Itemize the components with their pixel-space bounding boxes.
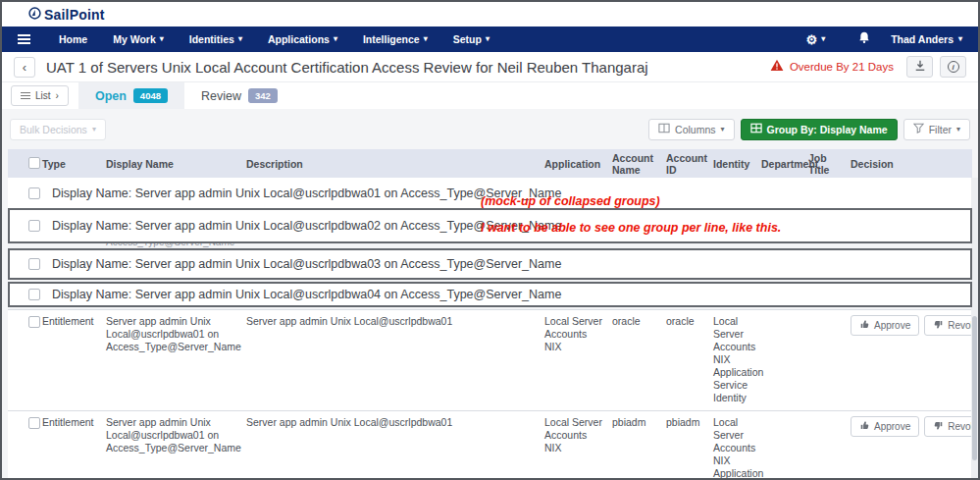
download-button[interactable] bbox=[906, 56, 933, 78]
table-body: Display Name: Server app admin Unix Loca… bbox=[8, 178, 972, 478]
col-application[interactable]: Application bbox=[544, 158, 612, 170]
chevron-down-icon: ▾ bbox=[424, 35, 428, 43]
chevron-down-icon: ▾ bbox=[721, 126, 725, 133]
row-1-checkbox[interactable] bbox=[28, 316, 40, 328]
row-1-department bbox=[761, 315, 808, 410]
logo-bar: SailPoint bbox=[2, 2, 978, 27]
tab-bar: List › Open 4048 Review 342 bbox=[2, 82, 978, 109]
review-count-badge: 342 bbox=[248, 88, 278, 103]
sailpoint-mark-icon bbox=[28, 7, 41, 23]
download-icon bbox=[914, 58, 926, 76]
approve-button[interactable]: Approve bbox=[851, 315, 919, 336]
group-1-checkbox[interactable] bbox=[28, 187, 40, 199]
nav-setup[interactable]: Setup▾ bbox=[440, 33, 502, 45]
back-button[interactable]: ‹ bbox=[14, 57, 35, 78]
list-view-button[interactable]: List › bbox=[11, 85, 69, 106]
overdue-label: Overdue By 21 Days bbox=[790, 61, 894, 73]
nav-intelligence[interactable]: Intelligence▾ bbox=[350, 33, 440, 45]
row-2-identity: LocalServerAccountsNIXApplication bbox=[713, 416, 761, 480]
thumbs-down-icon bbox=[933, 319, 944, 333]
row-2-application: Local ServerAccounts NIX bbox=[544, 416, 612, 480]
col-job-title[interactable]: Job Title bbox=[808, 152, 851, 176]
bulk-decisions-button[interactable]: Bulk Decisions ▾ bbox=[10, 119, 106, 140]
annotation-request-note: I want to be able to see one group per l… bbox=[481, 221, 781, 235]
sailpoint-logo: SailPoint bbox=[28, 7, 105, 23]
table-header: Type Display Name Description Applicatio… bbox=[8, 149, 972, 178]
chevron-down-icon: ▾ bbox=[486, 35, 490, 43]
row-1-decision: Approve Revoke bbox=[851, 315, 980, 410]
info-icon: i bbox=[948, 61, 959, 73]
group-by-button[interactable]: Group By: Display Name bbox=[741, 119, 898, 140]
col-account-name[interactable]: Account Name bbox=[612, 152, 666, 176]
row-2-account-name: pbiadm bbox=[612, 416, 666, 480]
settings-menu[interactable]: ⚙▾ bbox=[794, 33, 839, 46]
group-row-4-mockup[interactable]: Display Name: Server app admin Unix Loca… bbox=[8, 282, 972, 307]
group-3-label: Display Name: Server app admin Unix Loca… bbox=[52, 257, 561, 271]
col-account-id[interactable]: Account ID bbox=[666, 152, 713, 176]
approve-button[interactable]: Approve bbox=[851, 416, 919, 437]
user-menu[interactable]: Thad Anders▾ bbox=[891, 33, 962, 45]
gear-icon: ⚙ bbox=[806, 33, 818, 46]
chevron-down-icon: ▾ bbox=[92, 126, 96, 133]
nav-applications[interactable]: Applications▾ bbox=[255, 33, 350, 45]
overdue-status: Overdue By 21 Days bbox=[770, 58, 894, 76]
chevron-down-icon: ▾ bbox=[238, 35, 242, 43]
col-display-name[interactable]: Display Name bbox=[106, 158, 246, 170]
col-decision[interactable]: Decision bbox=[851, 158, 972, 170]
vertical-scrollbar[interactable] bbox=[971, 178, 978, 478]
group-4-checkbox[interactable] bbox=[28, 289, 40, 300]
columns-icon bbox=[658, 123, 670, 135]
row-1-type: Entitlement bbox=[42, 315, 106, 410]
select-all-checkbox[interactable] bbox=[28, 157, 40, 169]
filter-funnel-icon bbox=[913, 123, 924, 135]
row-1-job-title bbox=[808, 315, 851, 410]
row-2-checkbox[interactable] bbox=[28, 417, 40, 429]
table-row: Entitlement Server app admin UnixLocal@u… bbox=[8, 410, 972, 480]
row-1-identity: LocalServerAccountsNIXApplicationService… bbox=[713, 315, 761, 410]
annotation-mockup-note: (mock-up of collapsed groups) bbox=[481, 194, 660, 208]
group-3-checkbox[interactable] bbox=[28, 258, 40, 270]
row-1-display-name: Server app admin UnixLocal@uscrlpdbwa01 … bbox=[106, 315, 246, 410]
col-type[interactable]: Type bbox=[42, 158, 106, 170]
filter-button[interactable]: Filter ▾ bbox=[903, 119, 970, 140]
thumbs-up-icon bbox=[859, 319, 870, 333]
group-row-3-mockup[interactable]: Display Name: Server app admin Unix Loca… bbox=[8, 248, 972, 280]
menu-icon[interactable] bbox=[18, 34, 30, 44]
group-2-checkbox[interactable] bbox=[28, 220, 40, 232]
nav-identities[interactable]: Identities▾ bbox=[177, 33, 255, 45]
app-window: SailPoint Home My Work▾ Identities▾ Appl… bbox=[0, 0, 980, 480]
row-2-type: Entitlement bbox=[42, 416, 106, 480]
row-1-description: Server app admin Unix Local@uscrlpdbwa01 bbox=[246, 315, 544, 410]
notifications-bell-icon[interactable] bbox=[857, 30, 871, 49]
thumbs-down-icon bbox=[933, 420, 944, 434]
row-2-decision: Approve Revoke bbox=[851, 416, 980, 480]
open-count-badge: 4048 bbox=[133, 88, 168, 103]
row-2-account-id: pbiadm bbox=[666, 416, 713, 480]
col-department[interactable]: Department bbox=[761, 158, 808, 170]
nav-my-work[interactable]: My Work▾ bbox=[100, 33, 177, 45]
col-identity[interactable]: Identity bbox=[713, 158, 761, 170]
row-2-department bbox=[761, 416, 808, 480]
page-title: UAT 1 of Servers Unix Local Account Cert… bbox=[46, 59, 648, 76]
chevron-right-icon: › bbox=[56, 90, 59, 101]
page-header: ‹ UAT 1 of Servers Unix Local Account Ce… bbox=[2, 52, 978, 82]
col-description[interactable]: Description bbox=[246, 158, 544, 170]
main-navbar: Home My Work▾ Identities▾ Applications▾ … bbox=[2, 27, 978, 52]
chevron-down-icon: ▾ bbox=[160, 35, 164, 43]
table-toolbar: Bulk Decisions ▾ Columns ▾ Group By: Dis… bbox=[2, 109, 978, 149]
review-content: Bulk Decisions ▾ Columns ▾ Group By: Dis… bbox=[2, 109, 978, 478]
list-icon bbox=[21, 92, 30, 100]
row-2-job-title bbox=[808, 416, 851, 480]
tab-open[interactable]: Open 4048 bbox=[78, 82, 184, 109]
tab-review[interactable]: Review 342 bbox=[184, 82, 294, 109]
back-chevron-icon: ‹ bbox=[23, 60, 26, 75]
row-2-display-name: Server app admin UnixLocal@uscrlpdbwa01 … bbox=[106, 416, 246, 480]
columns-button[interactable]: Columns ▾ bbox=[648, 119, 734, 140]
row-1-application: Local ServerAccounts NIX bbox=[544, 315, 612, 410]
row-1-account-name: oracle bbox=[612, 315, 666, 410]
group-by-icon bbox=[750, 123, 762, 135]
nav-home[interactable]: Home bbox=[46, 33, 100, 45]
info-button[interactable]: i bbox=[940, 56, 966, 78]
row-1-account-id: oracle bbox=[666, 315, 713, 410]
scrollbar-thumb[interactable] bbox=[972, 316, 977, 460]
